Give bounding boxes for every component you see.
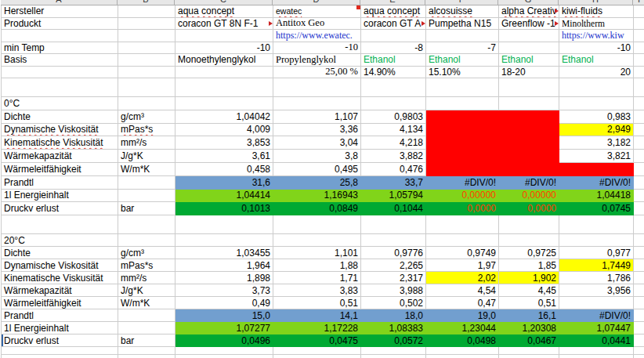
cell-I7[interactable] (634, 78, 644, 97)
cell-C19[interactable]: 1,03455 (175, 247, 273, 259)
cell-D19[interactable]: 1,101 (273, 247, 361, 259)
cell-H13[interactable] (559, 163, 634, 176)
cell-D6[interactable]: 25,00 % (273, 67, 361, 79)
cell-I15[interactable] (634, 190, 644, 203)
cell-G11[interactable] (499, 136, 559, 150)
cell-I14[interactable] (634, 176, 644, 190)
cell-I12[interactable] (634, 150, 644, 163)
cell-C10[interactable]: 4,009 (175, 124, 273, 137)
cell-B13[interactable]: W/m*K (118, 163, 175, 176)
cell-D9[interactable]: 1,107 (273, 110, 361, 124)
cell-B27[interactable] (118, 347, 175, 355)
cell-D17[interactable] (273, 215, 361, 234)
cell-I18[interactable] (634, 234, 644, 247)
cell-C14[interactable]: 31,6 (175, 176, 273, 190)
cell-H25[interactable]: 1,07447 (559, 322, 634, 334)
cell-A15[interactable]: 1l Energieinhalt (2, 190, 118, 203)
cell-I22[interactable] (634, 284, 644, 297)
cell-E19[interactable]: 0,9776 (361, 247, 426, 259)
cell-G7[interactable] (499, 78, 559, 97)
cell-E12[interactable]: 3,882 (361, 150, 426, 163)
cell-I10[interactable] (634, 124, 644, 137)
cell-D8[interactable] (273, 97, 361, 110)
cell-D22[interactable]: 3,83 (273, 284, 361, 297)
cell-I28[interactable] (634, 355, 644, 358)
cell-D12[interactable]: 3,8 (273, 150, 361, 163)
cell-D15[interactable]: 1,16943 (273, 190, 361, 203)
cell-D28[interactable] (273, 355, 361, 358)
cell-E16[interactable]: 0,1044 (361, 202, 426, 215)
cell-B11[interactable]: mm²/s (118, 136, 175, 150)
cell-I6[interactable] (634, 67, 644, 79)
cell-H27[interactable] (559, 347, 634, 355)
cell-G26[interactable]: 0,0467 (499, 334, 559, 347)
cell-E10[interactable]: 4,134 (361, 124, 426, 137)
cell-G24[interactable]: 16,1 (499, 309, 559, 322)
cell-B22[interactable]: J/g*K (118, 284, 175, 297)
cell-I3[interactable] (634, 30, 644, 42)
cell-B9[interactable]: g/cm³ (118, 110, 175, 124)
cell-E22[interactable]: 3,988 (361, 284, 426, 297)
cell-F12[interactable] (426, 150, 499, 163)
cell-C2[interactable]: coracon GT 8N F-1 (175, 18, 273, 31)
cell-I4[interactable] (634, 42, 644, 55)
cell-H28[interactable] (559, 355, 634, 358)
cell-H21[interactable]: 1,786 (559, 272, 634, 284)
cell-B5[interactable] (118, 54, 175, 67)
cell-A5[interactable]: Basis (2, 54, 118, 67)
cell-G10[interactable] (499, 124, 559, 137)
cell-F14[interactable]: #DIV/0! (426, 176, 499, 190)
cell-C15[interactable]: 1,04414 (175, 190, 273, 203)
cell-D26[interactable]: 0,0475 (273, 334, 361, 347)
cell-E26[interactable]: 0,0572 (361, 334, 426, 347)
cell-C8[interactable] (175, 97, 273, 110)
cell-C21[interactable]: 1,898 (175, 272, 273, 284)
column-header-B[interactable]: B (118, 0, 175, 5)
cell-B28[interactable] (118, 355, 175, 358)
cell-A6[interactable] (2, 67, 118, 79)
cell-F7[interactable] (426, 78, 499, 97)
cell-E23[interactable]: 0,502 (361, 297, 426, 309)
cell-A27[interactable] (2, 347, 118, 355)
cell-H22[interactable]: 3,956 (559, 284, 634, 297)
cell-B16[interactable]: bar (118, 202, 175, 215)
cell-F3[interactable] (426, 30, 499, 42)
cell-B6[interactable] (118, 67, 175, 79)
column-header-E[interactable]: E (360, 0, 425, 5)
cell-C5[interactable]: Monoethylenglykol (175, 54, 273, 67)
cell-H19[interactable]: 0,977 (559, 247, 634, 259)
cell-F19[interactable]: 0,9749 (426, 247, 499, 259)
cell-H10[interactable]: 2,949 (559, 124, 634, 137)
cell-D20[interactable]: 1,88 (273, 259, 361, 272)
cell-H7[interactable] (559, 78, 634, 97)
cell-H6[interactable]: 20 (559, 67, 634, 79)
cell-F17[interactable] (426, 215, 499, 234)
cell-C28[interactable] (175, 355, 273, 358)
cell-E28[interactable] (361, 355, 426, 358)
cell-F16[interactable]: 0,0000 (426, 202, 499, 215)
cell-C24[interactable]: 15,0 (175, 309, 273, 322)
cell-G27[interactable] (499, 347, 559, 355)
cell-A21[interactable]: Kinematische Viskusität (2, 272, 118, 284)
cell-A20[interactable]: Dynamische Viskosität (2, 259, 118, 272)
cell-B17[interactable] (118, 215, 175, 234)
cell-H4[interactable]: -10 (559, 42, 634, 55)
cell-H1[interactable]: kiwi-fluids (559, 5, 634, 18)
cell-E11[interactable]: 4,218 (361, 136, 426, 150)
cell-E6[interactable]: 14.90% (361, 67, 426, 79)
cell-F1[interactable]: alcosuisse (426, 5, 499, 18)
cell-G22[interactable]: 4,45 (499, 284, 559, 297)
cell-E18[interactable] (361, 234, 426, 247)
cell-A4[interactable]: min Temp (2, 42, 118, 55)
cell-F23[interactable]: 0,47 (426, 297, 499, 309)
cell-G25[interactable]: 1,20308 (499, 322, 559, 334)
cell-G3[interactable] (499, 30, 559, 42)
cell-G4[interactable] (499, 42, 559, 55)
cell-F28[interactable] (426, 355, 499, 358)
cell-B25[interactable] (118, 322, 175, 334)
cell-D5[interactable]: Propylenglykol (273, 54, 361, 67)
cell-A24[interactable]: Prandtl (2, 309, 118, 322)
cell-B23[interactable]: W/m*K (118, 297, 175, 309)
cell-C27[interactable] (175, 347, 273, 355)
cell-C23[interactable]: 0,49 (175, 297, 273, 309)
